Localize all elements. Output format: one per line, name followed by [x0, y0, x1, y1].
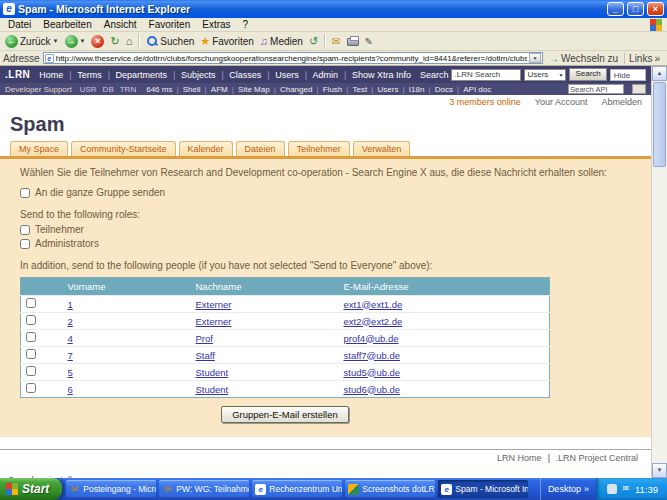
recipient-checkbox[interactable] — [26, 349, 36, 359]
recipient-checkbox[interactable] — [26, 383, 36, 393]
recipient-vorname-link[interactable]: 4 — [68, 333, 73, 344]
home-button[interactable]: ⌂ — [124, 33, 135, 50]
tab-teilnehmer[interactable]: Teilnehmer — [288, 141, 350, 156]
lrn-search-button[interactable]: Search — [569, 68, 606, 81]
nav-classes[interactable]: Classes — [218, 70, 264, 80]
search-api-go-button[interactable] — [632, 84, 646, 94]
lrn-project-central-link[interactable]: .LRN Project Central — [545, 453, 641, 463]
devbar-flush[interactable]: Flush — [314, 85, 344, 94]
search-api-input[interactable] — [568, 84, 624, 94]
task-posteingang[interactable]: ✉ Posteingang - Micros... — [66, 480, 156, 498]
recipient-checkbox[interactable] — [26, 366, 36, 376]
task-pw-wg-teilnahme[interactable]: ✉ PW: WG: Teilnahme v... — [159, 480, 249, 498]
tray-icon[interactable] — [607, 484, 617, 494]
recipient-nachname-link[interactable]: Externer — [196, 299, 232, 310]
nav-departments[interactable]: Departments — [105, 70, 170, 80]
print-button[interactable] — [345, 33, 361, 50]
back-button[interactable]: ← Zurück ▼ — [3, 33, 61, 50]
tab-community-startseite[interactable]: Community-Startseite — [71, 141, 176, 156]
tab-dateien[interactable]: Dateien — [236, 141, 285, 156]
nav-home[interactable]: Home — [36, 70, 66, 80]
recipient-checkbox[interactable] — [26, 332, 36, 342]
scroll-up-icon[interactable]: ▲ — [652, 66, 667, 81]
tab-my-space[interactable]: My Space — [10, 141, 68, 156]
links-toolbar[interactable]: Links » — [624, 53, 664, 64]
nav-users[interactable]: Users — [264, 70, 301, 80]
recipient-email-link[interactable]: stud6@ub.de — [344, 384, 401, 395]
history-button[interactable]: ↺ — [307, 33, 320, 50]
forward-button[interactable]: → ▼ — [63, 33, 88, 50]
devbar-api-doc[interactable]: API doc — [455, 85, 493, 94]
maximize-button[interactable]: □ — [627, 2, 644, 16]
go-button[interactable]: → Wechseln zu — [546, 53, 621, 64]
role-administrators-checkbox[interactable] — [20, 239, 30, 249]
address-input[interactable]: e http://www.theservice.de/dotlrn/clubs/… — [43, 52, 543, 64]
recipient-vorname-link[interactable]: 5 — [68, 367, 73, 378]
menu-hilfe[interactable]: ? — [237, 19, 255, 30]
lrn-search-input[interactable] — [451, 69, 521, 81]
devbar-shell[interactable]: Shell — [174, 85, 202, 94]
recipient-vorname-link[interactable]: 2 — [68, 316, 73, 327]
devbar-changed[interactable]: Changed — [272, 85, 315, 94]
logout-link[interactable]: Abmelden — [601, 97, 642, 107]
start-button[interactable]: Start — [0, 478, 62, 500]
devbar-trn-toggle[interactable]: TRN — [120, 85, 136, 94]
recipient-email-link[interactable]: ext1@ext1.de — [344, 299, 403, 310]
menu-ansicht[interactable]: Ansicht — [98, 19, 143, 30]
tab-verwalten[interactable]: Verwalten — [353, 141, 411, 156]
favorites-button[interactable]: ★ Favoriten — [198, 33, 256, 50]
nav-subjects[interactable]: Subjects — [170, 70, 218, 80]
devbar-docs[interactable]: Docs — [426, 85, 455, 94]
menu-extras[interactable]: Extras — [196, 19, 236, 30]
scroll-down-icon[interactable]: ▼ — [652, 463, 667, 478]
recipient-nachname-link[interactable]: Staff — [196, 350, 215, 361]
task-screenshots[interactable]: Screenshots dotLRN... — [345, 480, 435, 498]
nav-admin[interactable]: Admin — [302, 70, 341, 80]
recipient-nachname-link[interactable]: Externer — [196, 316, 232, 327]
recipient-checkbox[interactable] — [26, 315, 36, 325]
desktop-toolbar[interactable]: Desktop » — [540, 478, 596, 500]
nav-show-xtra-info[interactable]: Show Xtra Info — [341, 70, 414, 80]
recipient-vorname-link[interactable]: 6 — [68, 384, 73, 395]
menu-favoriten[interactable]: Favoriten — [143, 19, 197, 30]
minimize-button[interactable]: _ — [607, 2, 624, 16]
stop-button[interactable]: × — [89, 33, 106, 50]
edit-button[interactable]: ✎ — [363, 33, 375, 50]
tab-kalender[interactable]: Kalender — [179, 141, 233, 156]
recipient-email-link[interactable]: prof4@ub.de — [344, 333, 399, 344]
send-all-checkbox[interactable] — [20, 188, 30, 198]
devbar-timing[interactable]: 646 ms — [144, 85, 174, 94]
scrollbar-thumb[interactable] — [653, 82, 666, 167]
recipient-checkbox[interactable] — [26, 298, 36, 308]
devbar-usr-toggle[interactable]: USR — [80, 85, 97, 94]
devbar-site-map[interactable]: Site Map — [230, 85, 272, 94]
recipient-nachname-link[interactable]: Student — [196, 367, 229, 378]
devbar-i18n[interactable]: I18n — [400, 85, 426, 94]
close-button[interactable]: × — [647, 2, 664, 16]
mail-button[interactable]: ✉ — [330, 33, 342, 50]
task-rechenzentrum[interactable]: e Rechenzentrum Uni K... — [252, 480, 342, 498]
recipient-email-link[interactable]: staff7@ub.de — [344, 350, 400, 361]
address-dropdown-icon[interactable]: ▼ — [529, 53, 541, 63]
recipient-vorname-link[interactable]: 1 — [68, 299, 73, 310]
lrn-search-scope-select[interactable]: Users ▼ — [524, 69, 566, 81]
back-dropdown-icon[interactable]: ▼ — [53, 38, 59, 44]
create-group-email-button[interactable]: Gruppen-E-Mail erstellen — [221, 406, 349, 423]
vertical-scrollbar[interactable]: ▲ ▼ — [651, 66, 667, 478]
tray-mail-icon[interactable]: ✉ — [621, 484, 631, 494]
recipient-email-link[interactable]: stud5@ub.de — [344, 367, 401, 378]
role-teilnehmer-checkbox[interactable] — [20, 225, 30, 235]
hide-me-button[interactable]: Hide me — [610, 69, 646, 81]
your-account-link[interactable]: Your Account — [535, 97, 588, 107]
media-button[interactable]: ♫ Medien — [258, 33, 305, 50]
task-spam-active[interactable]: e Spam - Microsoft Inte... — [438, 480, 528, 498]
recipient-nachname-link[interactable]: Student — [196, 384, 229, 395]
refresh-button[interactable]: ↻ — [108, 33, 121, 50]
recipient-vorname-link[interactable]: 7 — [68, 350, 73, 361]
devbar-users[interactable]: Users — [369, 85, 400, 94]
devbar-db-toggle[interactable]: DB — [103, 85, 114, 94]
menu-bearbeiten[interactable]: Bearbeiten — [37, 19, 97, 30]
menu-datei[interactable]: Datei — [2, 19, 37, 30]
lrn-logo[interactable]: .LRN — [5, 69, 30, 80]
devbar-test[interactable]: Test — [344, 85, 369, 94]
